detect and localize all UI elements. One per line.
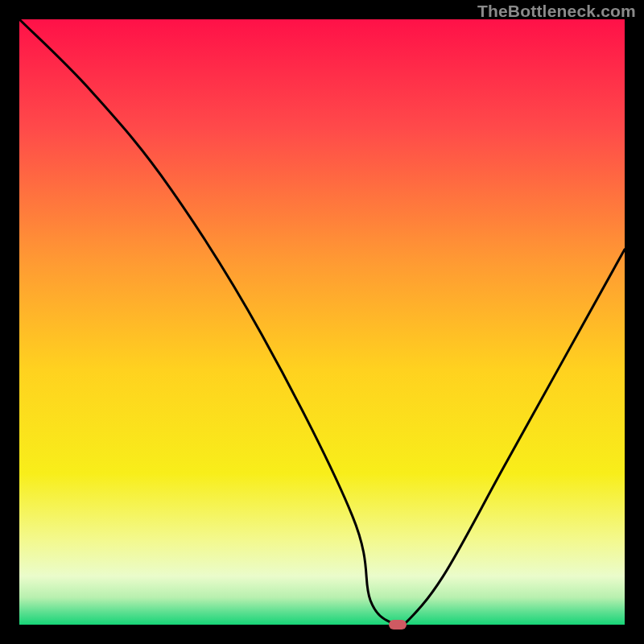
plot-area [19,19,625,625]
chart-svg [19,19,625,625]
optimal-marker [389,620,407,630]
chart-frame: TheBottleneck.com [0,0,644,644]
watermark-text: TheBottleneck.com [477,2,636,21]
gradient-background [19,19,625,625]
